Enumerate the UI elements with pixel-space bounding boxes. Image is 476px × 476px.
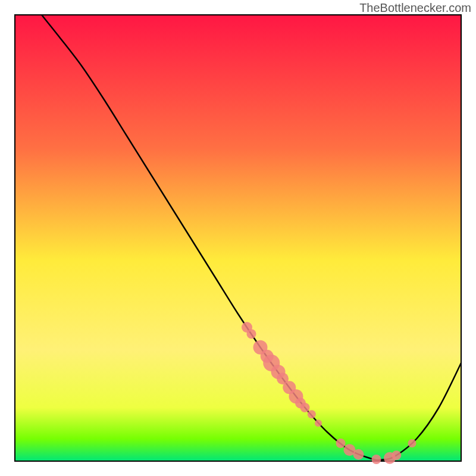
data-point xyxy=(408,439,416,447)
data-point xyxy=(372,455,381,464)
data-point xyxy=(392,450,401,460)
bottleneck-chart xyxy=(0,0,476,476)
data-point xyxy=(308,410,316,418)
data-point xyxy=(247,329,256,339)
data-point xyxy=(300,403,310,412)
data-point xyxy=(315,419,322,427)
attribution-text: TheBottlenecker.com xyxy=(359,1,471,15)
data-point xyxy=(353,449,364,460)
plot-background xyxy=(15,15,461,461)
chart-container: TheBottlenecker.com xyxy=(0,0,476,476)
data-point xyxy=(336,439,346,448)
